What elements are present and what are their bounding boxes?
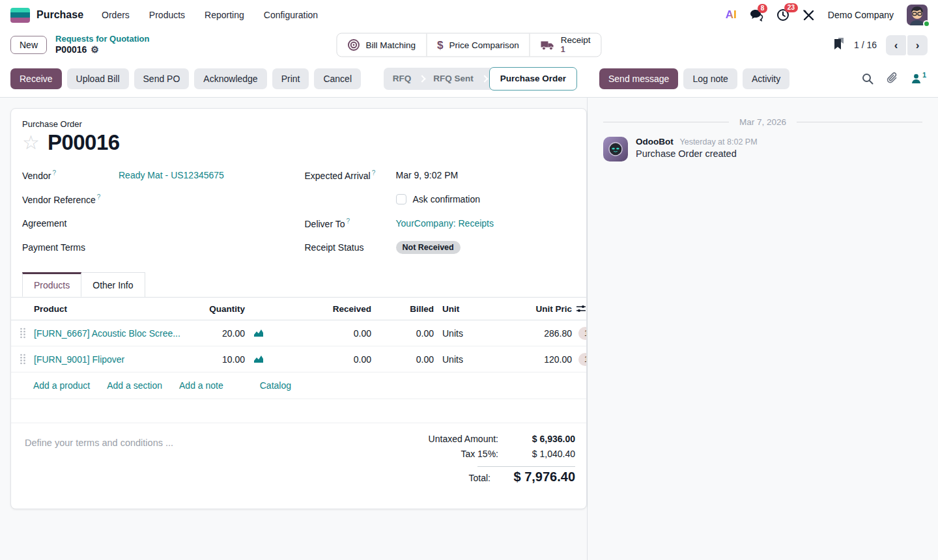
- pager-next-button[interactable]: ›: [907, 35, 928, 55]
- receipt-status-badge: Not Received: [396, 241, 461, 254]
- quantity-cell[interactable]: 10.00: [189, 354, 245, 365]
- tab-other-info[interactable]: Other Info: [81, 272, 145, 297]
- purchase-order-card: Purchase Order ☆ P00016 Vendor? Ready Ma…: [10, 108, 587, 509]
- activities-badge: 23: [784, 3, 798, 12]
- forecast-chart-icon[interactable]: [245, 355, 274, 363]
- messages-icon[interactable]: 8: [750, 9, 763, 21]
- chevron-right-icon: ›: [916, 39, 920, 51]
- top-nav: Purchase Orders Products Reporting Confi…: [0, 0, 938, 30]
- billed-cell[interactable]: 0.00: [371, 354, 434, 365]
- vendor-value[interactable]: Ready Mat - US12345675: [119, 170, 224, 180]
- menu-products[interactable]: Products: [149, 10, 185, 20]
- status-purchase-order[interactable]: Purchase Order: [489, 67, 577, 91]
- form-view: Purchase Order ☆ P00016 Vendor? Ready Ma…: [0, 98, 588, 560]
- app-switcher[interactable]: Purchase: [10, 8, 83, 23]
- pager-counter: 1 / 16: [854, 40, 877, 50]
- help-icon: ?: [97, 193, 101, 201]
- favorite-star-icon[interactable]: ☆: [22, 133, 40, 152]
- agreement-field[interactable]: Agreement: [22, 211, 293, 235]
- receipt-status-field: Receipt Status Not Received: [305, 235, 576, 259]
- catalog-link[interactable]: Catalog: [260, 380, 291, 391]
- column-options-icon[interactable]: [576, 304, 586, 313]
- notebook-tabs: Products Other Info: [11, 272, 586, 298]
- menu-orders[interactable]: Orders: [102, 10, 130, 20]
- ask-confirmation-field: Ask confirmation: [305, 187, 576, 211]
- price-comparison-button[interactable]: $ Price Comparison: [427, 34, 530, 57]
- target-icon: [347, 39, 360, 51]
- receipt-button[interactable]: Receipt 1: [530, 34, 601, 57]
- received-cell[interactable]: 0.00: [274, 354, 371, 365]
- bill-matching-button[interactable]: Bill Matching: [337, 34, 427, 57]
- unit-price-cell[interactable]: 286.80: [489, 328, 572, 339]
- vendor-reference-field[interactable]: Vendor Reference?: [22, 187, 293, 211]
- doc-type-label: Purchase Order: [22, 119, 575, 129]
- user-avatar[interactable]: [907, 5, 928, 25]
- order-line-row[interactable]: [FURN_6667] Acoustic Bloc Scree... 20.00…: [11, 320, 586, 346]
- terms-placeholder[interactable]: Define your terms and conditions ...: [25, 434, 173, 488]
- truck-icon: [541, 40, 555, 50]
- deliver-to-value[interactable]: YourCompany: Receipts: [396, 218, 494, 229]
- messages-badge: 8: [758, 4, 768, 13]
- message-body: Purchase Order created: [636, 148, 758, 159]
- message-author[interactable]: OdooBot: [636, 137, 674, 147]
- status-rfq[interactable]: RFQ: [385, 74, 419, 83]
- status-rfq-sent[interactable]: RFQ Sent: [425, 74, 481, 83]
- chatter-panel: Mar 7, 2026 OdooBot Yesterday at 8:02 PM…: [588, 98, 938, 560]
- add-product-link[interactable]: Add a product: [33, 380, 90, 391]
- product-link[interactable]: [FURN_6667] Acoustic Bloc Scree...: [34, 328, 189, 339]
- ask-confirmation-label: Ask confirmation: [413, 194, 480, 204]
- new-button[interactable]: New: [10, 36, 47, 54]
- chatter-message: OdooBot Yesterday at 8:02 PM Purchase Or…: [603, 137, 922, 161]
- action-bar: Receive Upload Bill Send PO Acknowledge …: [0, 60, 938, 98]
- quantity-cell[interactable]: 20.00: [189, 328, 245, 339]
- acknowledge-button[interactable]: Acknowledge: [194, 68, 266, 89]
- product-link[interactable]: [FURN_9001] Flipover: [34, 354, 189, 365]
- tax-value: $ 1,040.40: [498, 449, 575, 459]
- activity-button[interactable]: Activity: [743, 68, 789, 89]
- help-icon: ?: [52, 169, 56, 176]
- activities-clock-icon[interactable]: 23: [776, 8, 789, 21]
- received-cell[interactable]: 0.00: [274, 328, 371, 339]
- totals-block: Untaxed Amount: $ 6,936.00 Tax 15%: $ 1,…: [334, 434, 575, 488]
- status-separator: [481, 75, 488, 82]
- followers-icon[interactable]: 1: [911, 74, 926, 83]
- log-note-button[interactable]: Log note: [683, 68, 737, 89]
- breadcrumb-parent[interactable]: Requests for Quotation: [55, 34, 149, 44]
- dollar-icon: $: [437, 38, 443, 51]
- add-section-link[interactable]: Add a section: [107, 380, 162, 391]
- unit-cell[interactable]: Units: [434, 328, 489, 339]
- billed-cell[interactable]: 0.00: [371, 328, 434, 339]
- app-name[interactable]: Purchase: [36, 9, 83, 21]
- upload-bill-button[interactable]: Upload Bill: [67, 68, 129, 89]
- tab-products[interactable]: Products: [22, 272, 81, 297]
- print-button[interactable]: Print: [272, 68, 309, 89]
- send-po-button[interactable]: Send PO: [134, 68, 190, 89]
- expected-arrival-value[interactable]: Mar 9, 9:02 PM: [396, 170, 459, 180]
- receive-button[interactable]: Receive: [10, 68, 62, 89]
- attachment-icon[interactable]: [887, 72, 898, 85]
- drag-handle-icon[interactable]: [11, 354, 34, 365]
- send-message-button[interactable]: Send message: [599, 68, 678, 89]
- followers-count: 1: [922, 71, 926, 79]
- tools-icon[interactable]: [803, 9, 815, 21]
- expected-arrival-field: Expected Arrival? Mar 9, 9:02 PM: [305, 163, 576, 187]
- order-line-row[interactable]: [FURN_9001] Flipover 10.00 0.00 0.00 Uni…: [11, 346, 586, 372]
- payment-terms-field[interactable]: Payment Terms: [22, 235, 293, 259]
- menu-reporting[interactable]: Reporting: [205, 10, 244, 20]
- unit-cell[interactable]: Units: [434, 354, 489, 365]
- drag-handle-icon[interactable]: [11, 328, 34, 339]
- add-note-link[interactable]: Add a note: [179, 380, 223, 391]
- pager-previous-button[interactable]: ‹: [886, 35, 906, 55]
- bookmark-icon[interactable]: [833, 37, 845, 53]
- control-panel: New Requests for Quotation P00016 ⚙ Bill…: [0, 30, 938, 60]
- cancel-button[interactable]: Cancel: [314, 68, 361, 89]
- company-name[interactable]: Demo Company: [828, 10, 894, 20]
- menu-configuration[interactable]: Configuration: [264, 10, 318, 20]
- forecast-chart-icon[interactable]: [245, 329, 274, 337]
- search-messages-icon[interactable]: [862, 73, 874, 85]
- unit-price-cell[interactable]: 120.00: [489, 354, 572, 365]
- receipt-count: 1: [561, 46, 591, 55]
- gear-icon[interactable]: ⚙: [91, 44, 99, 56]
- ai-icon[interactable]: AI: [726, 8, 737, 21]
- ask-confirmation-checkbox[interactable]: [396, 194, 406, 204]
